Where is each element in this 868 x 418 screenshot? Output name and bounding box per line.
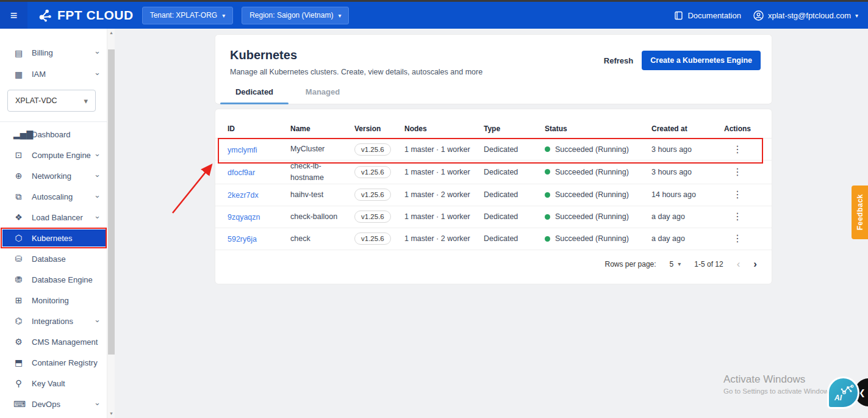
create-kubernetes-engine-button[interactable]: Create a Kubernetes Engine (642, 51, 761, 70)
status-text: Succeeded (Running) (555, 212, 629, 221)
user-menu[interactable]: xplat-stg@fptcloud.com ▾ (753, 10, 858, 21)
status-dot-icon (545, 192, 550, 198)
column-header-type: Type (484, 124, 545, 133)
database-icon: ⛁ (13, 254, 24, 264)
sidebar-item-billing[interactable]: ▤Billing⌄ (0, 42, 107, 63)
cluster-name: check (290, 233, 354, 245)
sidebar-item-database-engine[interactable]: ⛃Database Engine (0, 269, 107, 290)
next-page-button[interactable]: › (753, 259, 757, 269)
load-balancer-icon: ❖ (13, 212, 24, 222)
sidebar-item-container-registry[interactable]: ⬒Container Registry (0, 352, 107, 373)
sidebar-item-label: DevOps (32, 400, 94, 409)
cluster-name: check-lb-hostname (290, 160, 354, 184)
sidebar-item-key-vault[interactable]: ⚲Key Vault (0, 373, 107, 394)
documentation-link[interactable]: Documentation (674, 11, 741, 20)
cluster-id-link[interactable]: 592ry6ja (228, 235, 257, 243)
user-email: xplat-stg@fptcloud.com (768, 11, 851, 20)
row-actions-menu-button[interactable]: ⋮ (729, 232, 746, 245)
sidebar-item-kubernetes[interactable]: ⬡Kubernetes (0, 228, 107, 248)
brand-logo[interactable]: FPT CLOUD (38, 8, 134, 23)
sidebar-item-iam[interactable]: ▦IAM⌄ (0, 63, 107, 85)
ai-label: AI (834, 394, 842, 402)
tenant-selector[interactable]: Tenant: XPLAT-ORG ▾ (142, 7, 234, 24)
networking-icon: ⊕ (13, 171, 24, 181)
sidebar-item-label: Kubernetes (32, 234, 101, 243)
kubernetes-icon: ⬡ (13, 233, 24, 243)
feedback-label: Feedback (856, 194, 864, 230)
status-badge: Succeeded (Running) (545, 212, 648, 221)
scrollbar-thumb[interactable] (108, 49, 115, 355)
caret-down-icon: ▾ (678, 261, 681, 267)
rows-per-page-select[interactable]: 5 ▾ (670, 260, 681, 268)
sidebar-divider (0, 121, 107, 122)
sidebar-item-monitoring[interactable]: ⊞Monitoring (0, 290, 107, 311)
tab-dedicated[interactable]: Dedicated (220, 81, 289, 104)
tab-managed[interactable]: Managed (289, 81, 357, 104)
cluster-nodes: 1 master · 1 worker (404, 145, 484, 154)
cluster-nodes: 1 master · 1 worker (404, 212, 484, 221)
chevron-down-icon: ⌄ (94, 149, 101, 158)
scroll-down-arrow[interactable]: ▼ (107, 409, 115, 418)
sidebar-item-label: Autoscaling (32, 192, 94, 201)
column-header-name: Name (290, 124, 354, 133)
version-badge: v1.25.6 (354, 143, 391, 156)
feedback-tab[interactable]: Feedback (852, 186, 868, 239)
cluster-id-link[interactable]: 2kezr7dx (228, 191, 259, 200)
row-actions-menu-button[interactable]: ⋮ (729, 211, 746, 223)
billing-icon: ▤ (13, 48, 24, 58)
integrations-icon: ⌬ (13, 316, 24, 326)
column-header-version: Version (354, 124, 404, 133)
chevron-down-icon: ⌄ (94, 211, 101, 220)
sidebar-item-compute-engine[interactable]: ⊡Compute Engine⌄ (0, 145, 107, 165)
status-badge: Succeeded (Running) (545, 168, 648, 176)
sidebar-item-cms-management[interactable]: ⚙CMS Management (0, 331, 107, 352)
cluster-type: Dedicated (484, 212, 545, 221)
cluster-nodes: 1 master · 2 worker (404, 234, 484, 243)
sidebar-item-load-balancer[interactable]: ❖Load Balancer⌄ (0, 207, 107, 228)
row-actions-menu-button[interactable]: ⋮ (729, 166, 746, 178)
status-text: Succeeded (Running) (555, 190, 629, 199)
vdc-selector[interactable]: XPLAT-VDC ▾ (7, 90, 96, 112)
cluster-id-link[interactable]: dfocf9ar (228, 168, 255, 177)
status-dot-icon (545, 214, 550, 220)
version-badge: v1.25.6 (354, 189, 391, 201)
caret-down-icon: ▾ (222, 12, 225, 19)
documentation-label: Documentation (687, 11, 741, 20)
sidebar-item-label: Billing (32, 48, 94, 57)
table-row: ymclymfiMyClusterv1.25.61 master · 1 wor… (215, 139, 772, 160)
region-selector[interactable]: Region: Saigon (Vietnam) ▾ (242, 7, 349, 24)
ai-chat-button[interactable]: AI (827, 377, 859, 409)
status-dot-icon (545, 169, 550, 175)
sidebar-item-dashboard[interactable]: ▂▅▇Dashboard (0, 124, 107, 145)
sidebar-item-devops[interactable]: ⌨DevOps⌄ (0, 394, 107, 414)
sidebar-item-database[interactable]: ⛁Database (0, 248, 107, 269)
compute-engine-icon: ⊡ (13, 150, 24, 160)
refresh-button[interactable]: Refresh (604, 56, 633, 65)
table-row: 9zqyaqzncheck-balloonv1.25.61 master · 1… (215, 206, 772, 228)
cluster-id-link[interactable]: ymclymfi (228, 146, 257, 154)
cluster-id-link[interactable]: 9zqyaqzn (228, 213, 260, 222)
hamburger-menu-button[interactable]: ≡ (0, 2, 27, 29)
column-header-nodes: Nodes (404, 124, 484, 133)
sidebar-item-integrations[interactable]: ⌬Integrations⌄ (0, 311, 107, 331)
caret-down-icon: ▾ (84, 96, 88, 106)
cluster-created-at: 3 hours ago (651, 145, 722, 154)
monitoring-icon: ⊞ (13, 295, 24, 305)
sidebar-scrollbar[interactable]: ▲ ▼ (107, 29, 115, 418)
row-actions-menu-button[interactable]: ⋮ (729, 143, 746, 156)
status-text: Succeeded (Running) (555, 234, 629, 243)
column-header-actions: Actions (722, 124, 757, 133)
page-header-card: Kubernetes Manage all Kubernetes cluster… (215, 34, 772, 104)
status-dot-icon (545, 146, 550, 152)
tab-bar: DedicatedManaged (220, 81, 357, 104)
topbar-right: Documentation xplat-stg@fptcloud.com ▾ (674, 10, 868, 21)
previous-page-button[interactable]: ‹ (737, 259, 741, 269)
database-engine-icon: ⛃ (13, 275, 24, 284)
cms-management-icon: ⚙ (13, 337, 24, 347)
rows-per-page-label: Rows per page: (605, 260, 656, 268)
scroll-up-arrow[interactable]: ▲ (107, 29, 115, 37)
cluster-type: Dedicated (484, 234, 545, 243)
sidebar-item-autoscaling[interactable]: ⧉Autoscaling⌄ (0, 186, 107, 207)
row-actions-menu-button[interactable]: ⋮ (729, 189, 746, 201)
sidebar-item-networking[interactable]: ⊕Networking⌄ (0, 165, 107, 186)
